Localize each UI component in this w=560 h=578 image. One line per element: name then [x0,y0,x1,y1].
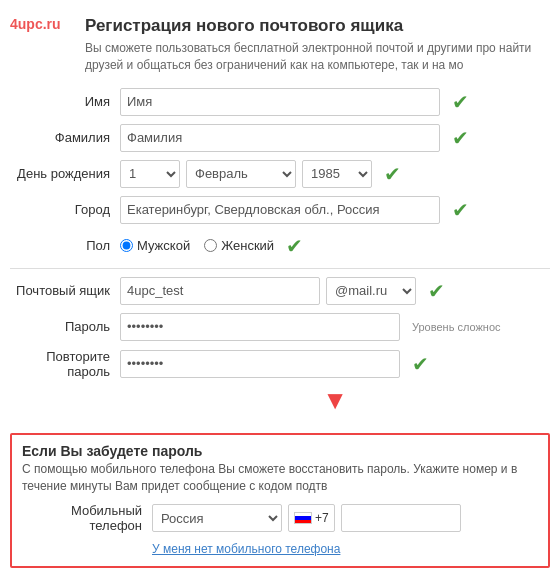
birthday-month-select[interactable]: ФевральЯнварьМарт [186,160,296,188]
password-strength-hint: Уровень сложнос [412,321,501,333]
gender-female-label[interactable]: Женский [204,238,274,253]
page-title: Регистрация нового почтового ящика [85,16,550,36]
email-username-input[interactable] [120,277,320,305]
last-name-row: Фамилия ✔ [10,124,550,152]
header: 4upc.ru Регистрация нового почтового ящи… [0,10,560,84]
no-phone-link[interactable]: У меня нет мобильного телефона [152,542,340,556]
page-wrapper: 4upc.ru Регистрация нового почтового ящи… [0,0,560,578]
email-input-area: @mail.ru@inbox.ru@list.ru@bk.ru ✔ [120,277,550,305]
password-input[interactable] [120,313,400,341]
email-domain-select[interactable]: @mail.ru@inbox.ru@list.ru@bk.ru [326,277,416,305]
first-name-check: ✔ [452,90,469,114]
last-name-input[interactable] [120,124,440,152]
city-label: Город [10,202,120,217]
last-name-input-area: ✔ [120,124,550,152]
country-select[interactable]: Россия [152,504,282,532]
birthday-input-area: 123 ФевральЯнварьМарт 198519902000 ✔ [120,160,550,188]
gender-row: Пол Мужской Женский ✔ [10,232,550,260]
recovery-title: Если Вы забудете пароль [22,443,202,459]
gender-male-text: Мужской [137,238,190,253]
recovery-header-row: Если Вы забудете пароль [22,443,538,459]
city-row: Город ✔ [10,196,550,224]
email-label: Почтовый ящик [10,283,120,298]
page-subtitle: Вы сможете пользоваться бесплатной элект… [85,40,550,74]
confirm-password-input[interactable] [120,350,400,378]
recovery-section: Если Вы забудете пароль С помощью мобиль… [10,433,550,569]
confirm-check: ✔ [412,352,429,376]
recovery-phone-label: Мобильный телефон [22,503,152,533]
gender-input-area: Мужской Женский ✔ [120,234,550,258]
recovery-phone-input-area: Россия +7 [152,504,461,532]
birthday-year-select[interactable]: 198519902000 [302,160,372,188]
first-name-label: Имя [10,94,120,109]
gender-radio-group: Мужской Женский [120,238,274,253]
gender-female-radio[interactable] [204,239,217,252]
last-name-label: Фамилия [10,130,120,145]
email-check: ✔ [428,279,445,303]
gender-male-radio[interactable] [120,239,133,252]
birthday-check: ✔ [384,162,401,186]
gender-label: Пол [10,238,120,253]
gender-check: ✔ [286,234,303,258]
confirm-password-input-area: ✔ [120,350,550,378]
birthday-day-select[interactable]: 123 [120,160,180,188]
divider-1 [10,268,550,269]
title-area: Регистрация нового почтового ящика Вы см… [85,16,550,74]
logo-area: 4upc.ru [10,16,85,32]
recovery-phone-row: Мобильный телефон Россия +7 [22,503,538,533]
password-row: Пароль Уровень сложнос [10,313,550,341]
first-name-input-area: ✔ [120,88,550,116]
confirm-password-label: Повторите пароль [10,349,120,379]
registration-form: Имя ✔ Фамилия ✔ День рождения 123 Феврал [0,84,560,429]
confirm-password-row: Повторите пароль ✔ [10,349,550,379]
gender-female-text: Женский [221,238,274,253]
down-arrow-indicator: ▼ [120,387,550,413]
last-name-check: ✔ [452,126,469,150]
down-arrow-icon: ▼ [322,385,348,415]
recovery-description: С помощью мобильного телефона Вы сможете… [22,461,538,496]
gender-male-label[interactable]: Мужской [120,238,190,253]
email-row: Почтовый ящик @mail.ru@inbox.ru@list.ru@… [10,277,550,305]
logo-link[interactable]: 4upc.ru [10,16,61,32]
password-label: Пароль [10,319,120,334]
russia-flag [294,512,312,524]
phone-number-input[interactable] [341,504,461,532]
city-input-area: ✔ [120,196,550,224]
first-name-row: Имя ✔ [10,88,550,116]
birthday-row: День рождения 123 ФевральЯнварьМарт 1985… [10,160,550,188]
first-name-input[interactable] [120,88,440,116]
birthday-label: День рождения [10,166,120,181]
city-check: ✔ [452,198,469,222]
city-input[interactable] [120,196,440,224]
no-phone-row: У меня нет мобильного телефона [22,541,538,556]
password-input-area: Уровень сложнос [120,313,550,341]
flag-icon: +7 [288,504,335,532]
phone-prefix: +7 [315,511,329,525]
